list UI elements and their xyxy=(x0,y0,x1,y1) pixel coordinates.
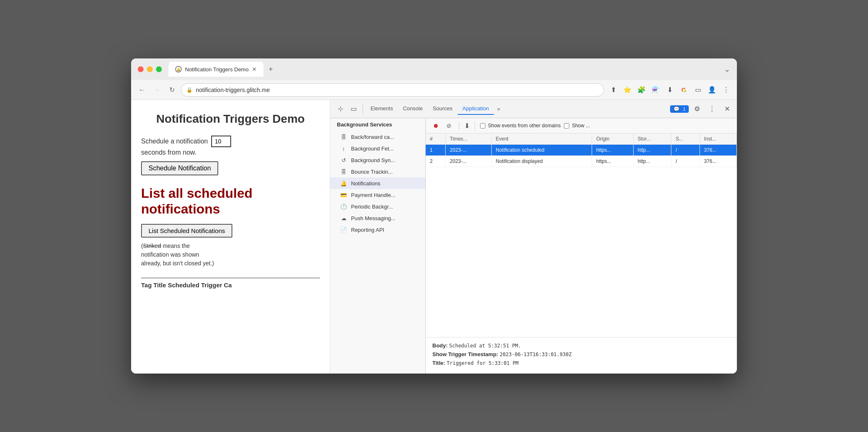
more-menu-icon[interactable]: ⋮ xyxy=(720,84,732,96)
cloud-icon: ☁ xyxy=(340,215,347,221)
sync-icon: ↺ xyxy=(340,157,347,163)
tab-bar-more[interactable]: ⌄ xyxy=(724,65,730,74)
show-other-domains-checkbox-row[interactable]: Show events from other domains xyxy=(480,123,561,129)
google-icon[interactable]: G xyxy=(678,84,690,96)
table-headers: Tag Title Scheduled Trigger Ca xyxy=(141,278,320,289)
cell-s-1: / xyxy=(671,145,700,156)
close-devtools-icon[interactable]: ✕ xyxy=(720,102,734,116)
maximize-button[interactable] xyxy=(156,66,162,72)
profile-icon[interactable]: 👤 xyxy=(706,84,718,96)
tab-separator xyxy=(363,104,363,114)
extensions-icon[interactable]: 🧩 xyxy=(636,84,647,96)
minimize-button[interactable] xyxy=(147,66,153,72)
devtools-body: Background Services 🗄 Back/forward ca...… xyxy=(330,118,737,374)
sidebar-item-notifications[interactable]: 🔔 Notifications xyxy=(330,177,425,189)
record-stop-button[interactable]: ⏺ xyxy=(431,121,441,131)
sidebar-item-periodic-background[interactable]: 🕐 Periodic Backgr... xyxy=(330,201,425,212)
seconds-input[interactable] xyxy=(211,136,231,147)
console-icon: 💬 xyxy=(673,106,680,112)
title-value: Triggered for 5:33:01 PM xyxy=(446,360,518,366)
sidebar-item-notifications-label: Notifications xyxy=(351,180,380,187)
schedule-sub: seconds from now. xyxy=(141,149,320,156)
sidebar-item-bg-fetch-label: Background Fet... xyxy=(351,146,394,152)
table-headers-text: Tag Title Scheduled Trigger Ca xyxy=(141,282,232,289)
bookmark-icon[interactable]: ⭐ xyxy=(622,84,633,96)
schedule-notification-button[interactable]: Schedule Notification xyxy=(141,161,218,175)
database-icon: 🗄 xyxy=(340,133,347,140)
download-icon[interactable]: ⬇ xyxy=(664,84,675,96)
sidebar-item-back-forward[interactable]: 🗄 Back/forward ca... xyxy=(330,131,425,143)
show-other-domains-label: Show events from other domains xyxy=(488,123,561,129)
close-button[interactable] xyxy=(138,66,144,72)
trigger-label: Show Trigger Timestamp: xyxy=(432,351,498,357)
cell-inst-1: 376... xyxy=(700,145,736,156)
flask-icon[interactable]: ⚗️ xyxy=(650,84,661,96)
active-tab[interactable]: 🔔 Notification Triggers Demo ✕ xyxy=(168,62,263,77)
col-s: S... xyxy=(671,133,700,145)
toolbar-separator xyxy=(459,121,459,130)
new-tab-button[interactable]: + xyxy=(265,65,276,74)
sidebar-item-bounce-tracking[interactable]: 🗄 Bounce Trackin... xyxy=(330,166,425,177)
sidebar-item-back-forward-label: Back/forward ca... xyxy=(351,134,394,140)
clear-button[interactable]: ⊘ xyxy=(444,121,454,131)
report-icon: 📄 xyxy=(340,226,347,233)
col-origin: Origin xyxy=(592,133,633,145)
back-button[interactable]: ← xyxy=(136,84,148,96)
more-tabs-icon[interactable]: » xyxy=(494,104,503,114)
download-button[interactable]: ⬇ xyxy=(464,122,470,130)
sidebar-item-reporting-api[interactable]: 📄 Reporting API xyxy=(330,224,425,235)
note-text: (Striked means thenotification was shown… xyxy=(141,242,320,268)
tab-application[interactable]: Application xyxy=(458,103,494,115)
cell-origin-1: https... xyxy=(592,145,633,156)
device-mode-icon[interactable]: ▭ xyxy=(347,102,360,116)
arrows-icon: ↕ xyxy=(340,145,347,152)
tab-elements[interactable]: Elements xyxy=(366,103,398,115)
refresh-button[interactable]: ↻ xyxy=(166,84,178,96)
sidebar-item-background-fetch[interactable]: ↕ Background Fet... xyxy=(330,143,425,154)
col-event: Event xyxy=(491,133,592,145)
cell-timestamp-2: 2023-... xyxy=(446,156,492,167)
url-text: notification-triggers.glitch.me xyxy=(196,87,599,93)
show-more-checkbox-row[interactable]: Show ... xyxy=(564,123,590,129)
detail-trigger-row: Show Trigger Timestamp: 2023-06-13T16:33… xyxy=(432,351,730,357)
table-row[interactable]: 1 2023-... Notification scheduled https.… xyxy=(426,145,737,156)
console-messages-btn[interactable]: 💬 1 xyxy=(670,105,689,113)
devtools-toolbar: ⏺ ⊘ ⬇ Show events from other domains Sho… xyxy=(426,118,737,133)
cell-num-2: 2 xyxy=(426,156,446,167)
table-header-row: # Times... Event Origin Stor... S... Ins… xyxy=(426,133,737,145)
address-bar[interactable]: 🔒 notification-triggers.glitch.me xyxy=(181,83,604,97)
devtools-panel: ⊹ ▭ Elements Console Sources Application… xyxy=(330,100,737,374)
trigger-value: 2023-06-13T16:33:01.930Z xyxy=(500,352,571,357)
schedule-label-row: Schedule a notification xyxy=(141,136,320,147)
page-title: Notification Triggers Demo xyxy=(141,112,320,126)
content-area: Notification Triggers Demo Schedule a no… xyxy=(131,100,737,374)
cell-origin-2: https... xyxy=(592,156,633,167)
share-icon[interactable]: ⬆ xyxy=(607,84,619,96)
body-value: Scheduled at 5:32:51 PM. xyxy=(449,343,521,349)
tab-title: Notification Triggers Demo xyxy=(185,66,249,73)
select-element-icon[interactable]: ⊹ xyxy=(334,102,347,116)
nav-bar: ← → ↻ 🔒 notification-triggers.glitch.me … xyxy=(131,80,737,100)
cell-storage-2: http... xyxy=(633,156,671,167)
tab-close-icon[interactable]: ✕ xyxy=(252,66,257,73)
detail-panel: Body: Scheduled at 5:32:51 PM. Show Trig… xyxy=(426,337,737,374)
devtools-more-icon[interactable]: ⋮ xyxy=(705,102,719,116)
show-other-domains-checkbox[interactable] xyxy=(480,123,485,129)
forward-button[interactable]: → xyxy=(151,84,163,96)
cell-timestamp-1: 2023-... xyxy=(446,145,492,156)
settings-icon[interactable]: ⚙ xyxy=(690,102,704,116)
list-notifications-button[interactable]: List Scheduled Notifications xyxy=(141,224,232,238)
tab-sources[interactable]: Sources xyxy=(428,103,458,115)
side-panel-icon[interactable]: ▭ xyxy=(692,84,704,96)
cell-event-1: Notification scheduled xyxy=(491,145,592,156)
tab-bar: 🔔 Notification Triggers Demo ✕ + xyxy=(168,62,721,77)
sidebar-item-push-messaging[interactable]: ☁ Push Messaging... xyxy=(330,212,425,224)
devtools-main: ⏺ ⊘ ⬇ Show events from other domains Sho… xyxy=(426,118,737,374)
sidebar-item-background-sync[interactable]: ↺ Background Syn... xyxy=(330,154,425,166)
devtools-sidebar: Background Services 🗄 Back/forward ca...… xyxy=(330,118,426,374)
table-row[interactable]: 2 2023-... Notification displayed https.… xyxy=(426,156,737,167)
show-more-checkbox[interactable] xyxy=(564,123,569,129)
sidebar-item-payment-handler[interactable]: 💳 Payment Handle... xyxy=(330,189,425,201)
devtools-actions: 💬 1 ⚙ ⋮ ✕ xyxy=(670,102,734,116)
tab-console[interactable]: Console xyxy=(398,103,428,115)
